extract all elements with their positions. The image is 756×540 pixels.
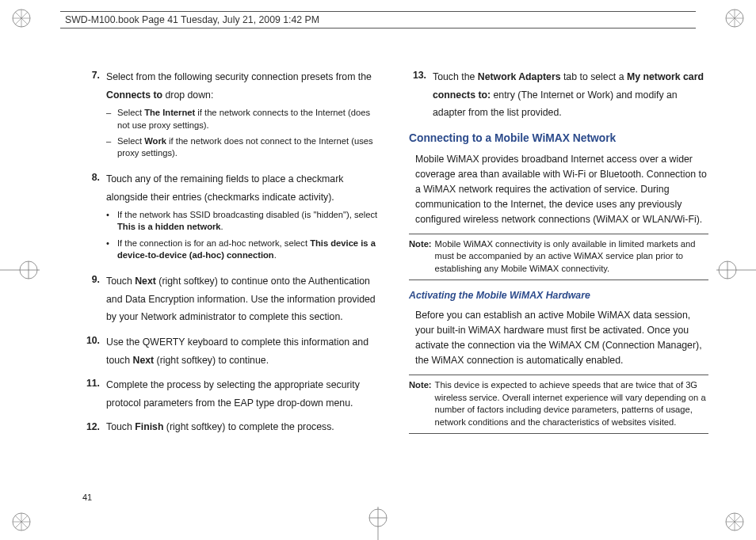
text: If the connection is for an ad-hoc netwo…	[117, 238, 310, 248]
right-column: 13. Touch the Network Adapters tab to se…	[409, 68, 708, 485]
bullet-item: If the network has SSID broadcasting dis…	[106, 209, 382, 233]
step-bold: Connects to	[106, 89, 162, 101]
running-header-text: SWD-M100.book Page 41 Tuesday, July 21, …	[65, 14, 319, 25]
step-10: 10. Use the QWERTY keyboard to complete …	[82, 333, 382, 369]
text: Touch	[106, 276, 135, 287]
text: .	[274, 250, 277, 260]
corner-ornament-icon	[11, 8, 32, 29]
text: .	[221, 222, 223, 231]
text: Touch	[106, 421, 135, 432]
text: Select	[117, 136, 144, 146]
note-label: Note:	[409, 238, 435, 276]
body-paragraph: Mobile WiMAX provides broadband Internet…	[415, 152, 708, 227]
note-text: Mobile WiMAX connectivity is only availa…	[435, 238, 708, 276]
subsection-heading: Activating the Mobile WiMAX Hardware	[409, 288, 708, 303]
note-label: Note:	[409, 379, 435, 429]
note-block: Note: This device is expected to achieve…	[409, 375, 708, 434]
bold: The Internet	[144, 108, 195, 117]
note-block: Note: Mobile WiMAX connectivity is only …	[409, 234, 708, 280]
bold: Next	[133, 355, 155, 366]
step-9: 9. Touch Next (right softkey) to continu…	[82, 272, 382, 326]
text: tab to select a	[561, 71, 627, 82]
step-13: 13. Touch the Network Adapters tab to se…	[409, 68, 708, 122]
step-8: 8. Touch any of the remaining fields to …	[82, 170, 382, 265]
step-number: 10.	[82, 333, 106, 369]
bold: Next	[135, 276, 156, 287]
page-number: 41	[82, 492, 92, 502]
note-text: This device is expected to achieve speed…	[435, 379, 708, 429]
bold: Work	[144, 136, 166, 146]
corner-ornament-icon	[724, 511, 745, 532]
step-12: 12. Touch Finish (right softkey) to comp…	[82, 420, 382, 435]
dash-item: Select Work if the network does not conn…	[106, 135, 382, 159]
bold: Finish	[135, 421, 163, 432]
corner-ornament-icon	[724, 8, 745, 29]
step-number: 13.	[409, 68, 433, 122]
running-header: SWD-M100.book Page 41 Tuesday, July 21, …	[60, 11, 696, 29]
body-paragraph: Before you can establish an active Mobil…	[415, 308, 708, 368]
crop-mark-icon	[366, 507, 390, 540]
dash-item: Select The Internet if the network conne…	[106, 107, 382, 131]
step-number: 8.	[82, 170, 106, 265]
text: Touch the	[433, 71, 478, 82]
text: (right softkey) to continue.	[154, 355, 269, 366]
text: If the network has SSID broadcasting dis…	[117, 210, 377, 219]
left-column: 7. Select from the following security co…	[82, 68, 382, 485]
section-heading: Connecting to a Mobile WiMAX Network	[409, 130, 708, 146]
step-11: 11. Complete the process by selecting th…	[82, 376, 382, 412]
bullet-item: If the connection is for an ad-hoc netwo…	[106, 238, 382, 261]
crop-mark-icon	[0, 258, 40, 282]
step-number: 12.	[82, 420, 106, 435]
step-text: Select from the following security conne…	[106, 71, 372, 82]
step-text: Touch any of the remaining fields to pla…	[106, 173, 343, 203]
step-text: drop down:	[162, 89, 213, 101]
step-7: 7. Select from the following security co…	[82, 68, 382, 163]
step-number: 7.	[82, 68, 106, 163]
text: Select	[117, 108, 144, 117]
text: (right softkey) to complete the process.	[163, 421, 334, 432]
step-number: 11.	[82, 376, 106, 412]
bold: Network Adapters	[478, 71, 561, 82]
bold: This is a hidden network	[117, 222, 221, 231]
page-columns: 7. Select from the following security co…	[82, 68, 708, 485]
corner-ornament-icon	[11, 511, 32, 532]
step-text: Complete the process by selecting the ap…	[106, 376, 382, 412]
step-number: 9.	[82, 272, 106, 326]
crop-mark-icon	[716, 258, 756, 282]
